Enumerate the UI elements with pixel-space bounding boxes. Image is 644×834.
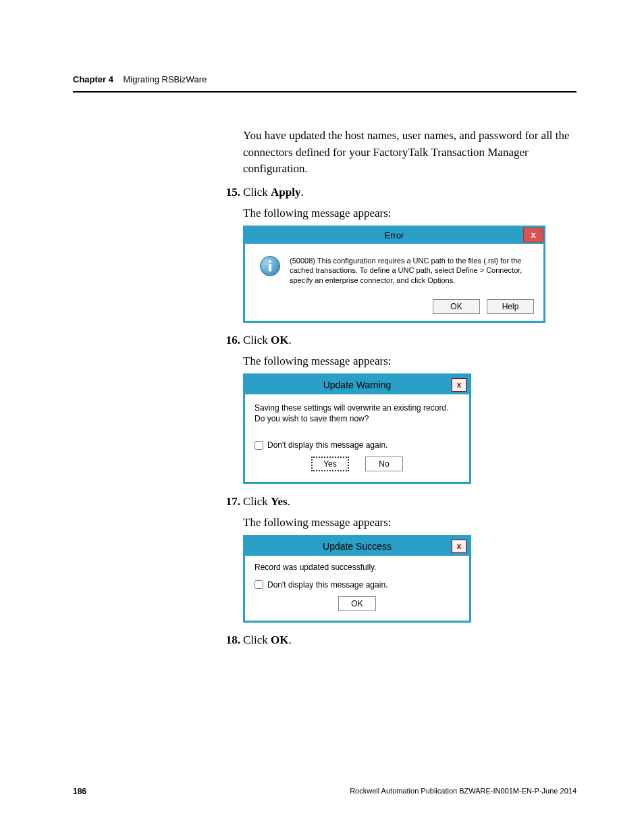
step-suffix: . <box>301 186 304 199</box>
step-number: 18. <box>217 632 240 649</box>
step-suffix: . <box>288 495 290 508</box>
chapter-number: Chapter 4 <box>73 74 113 84</box>
no-button[interactable]: No <box>365 457 403 471</box>
step-18: 18. Click OK. <box>243 632 574 649</box>
step-number: 17. <box>217 494 240 511</box>
info-icon <box>260 256 280 276</box>
step-text: Click <box>243 633 271 646</box>
dont-display-checkbox[interactable] <box>254 580 263 589</box>
close-button[interactable]: x <box>452 540 466 553</box>
dialog-titlebar: Update Warning x <box>245 375 469 394</box>
step-number: 15. <box>217 184 240 201</box>
close-icon: x <box>531 230 535 240</box>
intro-paragraph: You have updated the host names, user na… <box>243 128 574 178</box>
close-button[interactable]: x <box>523 228 543 242</box>
publication-info: Rockwell Automation Publication BZWARE-I… <box>350 787 576 796</box>
page-header: Chapter 4 Migrating RSBizWare <box>73 74 576 93</box>
step-action: OK <box>271 633 288 646</box>
error-dialog: Error x (50008) This configuration requi… <box>243 226 545 323</box>
yes-label: Yes <box>323 459 337 469</box>
chapter-title: Migrating RSBizWare <box>123 74 207 84</box>
ok-label: OK <box>450 302 462 311</box>
step-17: 17. Click Yes. <box>243 494 574 511</box>
step-text: Click <box>243 334 271 346</box>
help-button[interactable]: Help <box>487 299 534 314</box>
step-text: Click <box>243 495 271 508</box>
update-success-dialog: Update Success x Record was updated succ… <box>243 535 471 623</box>
step-action: Apply <box>271 186 300 199</box>
dialog-message: Saving these settings will overwrite an … <box>254 402 460 424</box>
dialog-message: Record was updated successfully. <box>254 563 460 572</box>
page-number: 186 <box>73 787 86 796</box>
step-17-follow: The following message appears: <box>243 516 574 529</box>
help-label: Help <box>502 302 519 311</box>
step-action: OK <box>271 334 288 346</box>
dont-display-checkbox[interactable] <box>254 441 263 450</box>
update-warning-dialog: Update Warning x Saving these settings w… <box>243 373 471 484</box>
dialog-message: (50008) This configuration requires a UN… <box>290 256 533 286</box>
dialog-title: Update Warning <box>323 380 392 390</box>
step-text: Click <box>243 186 271 199</box>
step-15-follow: The following message appears: <box>243 207 574 220</box>
page-footer: 186 Rockwell Automation Publication BZWA… <box>73 787 576 796</box>
step-suffix: . <box>289 334 292 346</box>
dont-display-label: Don't display this message again. <box>267 580 387 590</box>
dialog-title: Error <box>385 230 404 240</box>
ok-button[interactable]: OK <box>433 299 480 314</box>
step-number: 16. <box>217 332 240 349</box>
step-15: 15. Click Apply. <box>243 184 574 201</box>
dont-display-label: Don't display this message again. <box>267 440 387 450</box>
ok-button[interactable]: OK <box>338 596 376 611</box>
close-icon: x <box>457 542 462 551</box>
dont-display-row: Don't display this message again. <box>254 580 460 590</box>
dont-display-row: Don't display this message again. <box>254 440 460 450</box>
close-icon: x <box>457 380 462 390</box>
ok-label: OK <box>351 599 363 608</box>
step-action: Yes <box>271 495 288 508</box>
dialog-titlebar: Update Success x <box>245 537 469 556</box>
no-label: No <box>379 459 389 469</box>
step-16: 16. Click OK. <box>243 332 574 349</box>
step-suffix: . <box>289 633 292 646</box>
dialog-title: Update Success <box>323 541 392 552</box>
close-button[interactable]: x <box>452 378 466 392</box>
dialog-titlebar: Error x <box>245 228 543 244</box>
yes-button[interactable]: Yes <box>311 457 349 471</box>
step-16-follow: The following message appears: <box>243 355 574 368</box>
